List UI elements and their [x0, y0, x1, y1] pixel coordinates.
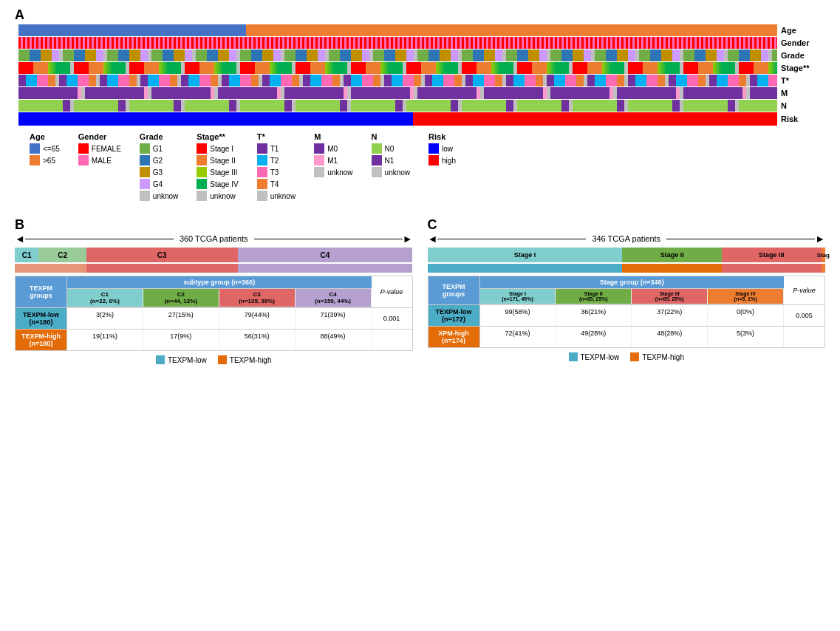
- panel-c-legend-low-box: [569, 352, 578, 361]
- panel-c-patients-arrow: ◄ 346 TCGA patients ►: [428, 233, 826, 245]
- legend-n-item-1: N1: [372, 155, 410, 166]
- legend-risk-color-1: [428, 155, 439, 166]
- panel-b-legend: TEXPM-low TEXPM-high: [15, 355, 413, 364]
- panel-c-row-low-header: TEXPM-low (n=172): [428, 305, 480, 326]
- panel-c-col-0: Stage I (n=171, 49%): [480, 289, 556, 304]
- legend-risk-item-1: high: [428, 155, 456, 166]
- heatmap-area: Age Gender Grade Stage**: [18, 24, 825, 126]
- legend-grade-color-0: [140, 143, 150, 154]
- n-label: N: [777, 101, 825, 110]
- panel-b-cell-high-2: 56(31%): [219, 330, 296, 350]
- legend-m-color-1: [314, 155, 324, 166]
- legend-tstar-item-0: T1: [257, 143, 296, 154]
- legend-m-color-0: [314, 143, 324, 154]
- grade-label: Grade: [777, 51, 825, 60]
- panel-c-cell-low-3: 0(0%): [708, 305, 784, 326]
- panel-b-cell-high-3: 88(49%): [296, 330, 372, 350]
- legend-grade-color-2: [140, 167, 150, 177]
- panel-b-legend-low: TEXPM-low: [156, 355, 207, 364]
- legend-stage-color-3: [197, 179, 207, 189]
- legend-grade-color-3: [140, 179, 150, 189]
- panel-c-row-high: XPM-high (n=174) 72(41%) 49(28%) 48(28%)…: [428, 326, 825, 347]
- panel-c-label: C: [428, 217, 437, 232]
- legend-stage-item-2: Stage III: [197, 167, 238, 177]
- panel-c-legend-high: TEXPM-high: [630, 352, 684, 361]
- panel-c-table-title: Stage group (n=346): [480, 276, 785, 289]
- panel-c-col-1: Stage II (n=85, 25%): [556, 289, 632, 304]
- panel-c-legend: TEXPM-low TEXPM-high: [428, 352, 826, 361]
- legend-grade-item-0: G1: [140, 143, 178, 154]
- legend-stage-color-1: [197, 155, 207, 166]
- legend-gender: Gender FEMALE MALE: [78, 132, 121, 202]
- legend-m-item-1: M1: [314, 155, 352, 166]
- panel-c-col-3: Stage IV (n=5, 1%): [708, 289, 784, 304]
- legend-gender-color-0: [78, 143, 89, 154]
- panel-c-th-pvalue: P-value: [784, 276, 824, 304]
- panel-b-row-high-header: TEXPM-high (n=180): [16, 330, 67, 350]
- legend-m-item-2: unknow: [314, 167, 352, 177]
- legend-tstar-item-3: T4: [257, 179, 296, 189]
- subtype-seg-stage1: Stage I: [428, 248, 623, 262]
- panel-b-cell-low-0: 3(2%): [67, 308, 143, 329]
- panel-c-cell-high-3: 5(3%): [708, 327, 784, 347]
- legend-tstar-item-2: T3: [257, 167, 296, 177]
- panel-b-subtype-bar: C1 C2 C3 C4: [15, 248, 413, 262]
- subtype-seg-stage2: Stage II: [622, 248, 722, 262]
- panel-b-table-header: TEXPM groups subtype group (n=360) C1 (n…: [16, 276, 412, 307]
- panel-c-row-low: TEXPM-low (n=172) 99(58%) 36(21%) 37(22%…: [428, 304, 825, 326]
- stage-heatmap-row: [18, 62, 777, 74]
- legend-n: N N0 N1 unknow: [372, 132, 410, 202]
- legend-stage-color-0: [197, 143, 207, 154]
- legend-m-item-0: M0: [314, 143, 352, 154]
- panel-c-col-2: Stage III (n=85, 25%): [632, 289, 708, 304]
- panel-c-legend-low: TEXPM-low: [569, 352, 620, 361]
- m-heatmap-row: [18, 87, 777, 99]
- panel-c-pvalue-high: [784, 327, 824, 347]
- stage-label: Stage**: [777, 64, 825, 72]
- panel-b-col-1: C2 (n=44, 12%): [143, 289, 219, 307]
- n-heatmap-row: [18, 100, 777, 112]
- panel-b-col-0: C1 (n=22, 6%): [67, 289, 143, 307]
- panel-b-legend-high-box: [218, 355, 227, 364]
- panel-b-risk-bar: [15, 264, 413, 273]
- legend-tstar-color-3: [257, 179, 267, 189]
- panel-b-col-3: C4 (n=159, 44%): [296, 289, 372, 307]
- panel-c-sub-headers: Stage I (n=171, 49%) Stage II (n=85, 25%…: [480, 289, 785, 304]
- panel-c-row-high-header: XPM-high (n=174): [428, 327, 480, 347]
- legend-age-item-0: <=65: [30, 143, 60, 154]
- legend-grade-title: Grade: [140, 132, 178, 141]
- legend-m-color-2: [314, 167, 324, 177]
- panel-c-th-texpm: TEXPM groups: [428, 276, 480, 304]
- panel-b-cell-high-1: 17(9%): [143, 330, 219, 350]
- legend-grade-item-2: G3: [140, 167, 178, 177]
- subtype-seg-stage4: Stag: [822, 248, 825, 262]
- legend-risk-title: Risk: [428, 132, 456, 141]
- panel-c-table: TEXPM groups Stage group (n=346) Stage I…: [428, 276, 826, 348]
- panel-c-legend-high-box: [630, 352, 639, 361]
- panel-b: B ◄ 360 TCGA patients ► C1 C2: [15, 217, 413, 364]
- legend-tstar-color-4: [257, 191, 267, 201]
- legend-gender-item-1: MALE: [78, 155, 121, 166]
- figure-container: A Age Gender Grade: [0, 0, 840, 372]
- legend-age-color-1: [30, 155, 40, 166]
- legend-n-color-2: [372, 167, 382, 177]
- legend-tstar-item-1: T2: [257, 155, 296, 166]
- age-label: Age: [777, 26, 825, 35]
- subtype-seg-c2: C2: [38, 248, 86, 262]
- panel-c-cell-low-1: 36(21%): [556, 305, 632, 326]
- legend-age-item-1: >65: [30, 155, 60, 166]
- legend-stage-color-4: [197, 191, 207, 201]
- panel-b-cell-high-0: 19(11%): [67, 330, 143, 350]
- panel-b-legend-high: TEXPM-high: [218, 355, 272, 364]
- panel-a-label: A: [15, 7, 24, 22]
- panel-c-cell-low-0: 99(58%): [480, 305, 556, 326]
- panel-c-cell-low-2: 37(22%): [632, 305, 708, 326]
- panel-b-col-2: C3 (n=135, 38%): [219, 289, 296, 307]
- legend-stage-item-4: unknow: [197, 191, 238, 201]
- legend-n-item-2: unknow: [372, 167, 410, 177]
- risk-label: Risk: [777, 115, 825, 123]
- panel-c-cell-high-1: 49(28%): [556, 327, 632, 347]
- panel-b-cell-low-2: 79(44%): [219, 308, 296, 329]
- panel-b-table: TEXPM groups subtype group (n=360) C1 (n…: [15, 276, 413, 351]
- legend-gender-title: Gender: [78, 132, 121, 141]
